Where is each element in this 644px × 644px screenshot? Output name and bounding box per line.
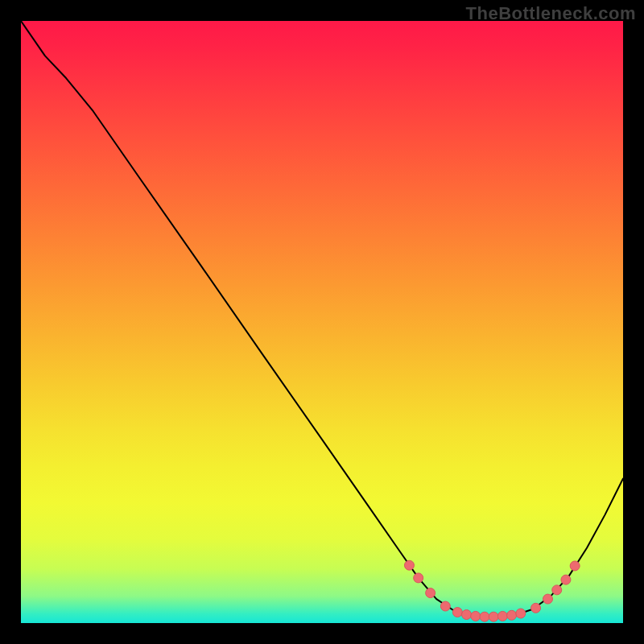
watermark-text: TheBottleneck.com	[466, 3, 636, 24]
plot-area	[21, 21, 623, 623]
curve-marker	[497, 611, 507, 621]
curve-marker	[452, 608, 462, 617]
curve-marker	[561, 575, 571, 584]
curve-marker	[543, 594, 553, 604]
curve-marker	[489, 612, 498, 621]
gradient-rect	[21, 21, 623, 623]
curve-marker	[480, 612, 489, 621]
curve-marker	[426, 588, 436, 598]
curve-marker	[552, 585, 562, 595]
chart-frame: TheBottleneck.com	[0, 0, 644, 644]
curve-marker	[414, 573, 423, 583]
curve-marker	[471, 611, 481, 621]
curve-marker	[531, 603, 541, 613]
curve-marker	[507, 610, 517, 620]
plot-svg	[21, 21, 623, 623]
curve-marker	[404, 560, 414, 570]
curve-marker	[570, 561, 580, 571]
curve-marker	[516, 609, 526, 618]
curve-marker	[462, 610, 472, 620]
curve-marker	[440, 601, 450, 611]
